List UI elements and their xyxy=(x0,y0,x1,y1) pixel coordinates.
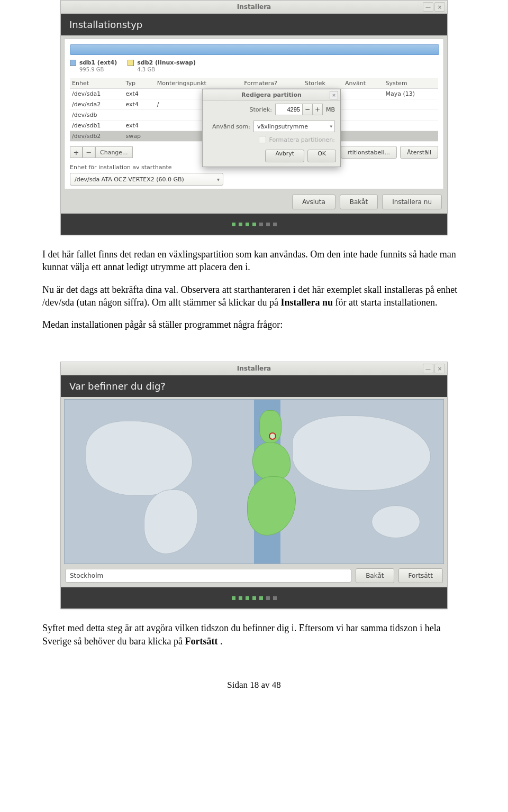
continent-shape xyxy=(292,416,431,491)
dialog-button-row: Avbryt OK xyxy=(203,146,340,167)
reset-button[interactable]: Återställ xyxy=(400,146,438,159)
back-button[interactable]: Bakåt xyxy=(340,195,378,209)
minimize-icon[interactable]: — xyxy=(423,364,433,373)
step-dot-icon xyxy=(273,596,277,600)
timezone-map[interactable] xyxy=(64,399,444,564)
step-dot-icon xyxy=(259,223,263,226)
step-dot-icon xyxy=(239,223,242,226)
document-body: I det här fallet finns det redan en växl… xyxy=(0,248,508,362)
page-header: Var befinner du dig? xyxy=(61,375,447,397)
col-system: System xyxy=(384,78,438,89)
add-partition-button[interactable]: + xyxy=(70,146,83,158)
size-increment-button[interactable]: + xyxy=(312,104,323,115)
installer-window-1: Installera — × Installationstyp sdb1 (ex… xyxy=(60,0,448,235)
step-indicator xyxy=(61,214,447,235)
size-spinner[interactable]: − + xyxy=(275,104,323,115)
col-device: Enhet xyxy=(70,78,123,89)
step-dot-icon xyxy=(273,223,277,226)
timezone-bar: Stockholm Bakåt Fortsätt xyxy=(61,564,447,587)
table-header-row: Enhet Typ Monteringspunkt Formatera? Sto… xyxy=(70,78,438,89)
window-title: Installera xyxy=(237,3,271,11)
step-dot-icon xyxy=(252,223,256,226)
window-title: Installera xyxy=(237,365,271,372)
use-as-combo[interactable]: växlingsutrymme xyxy=(253,121,335,132)
legend-sdb2-label: sdb2 (linux-swap) xyxy=(137,59,196,66)
step-dot-icon xyxy=(259,596,263,600)
legend-sdb1: sdb1 (ext4) 995.9 GB xyxy=(70,59,117,73)
main-button-row: Avsluta Bakåt Installera nu xyxy=(61,189,447,214)
paragraph: Medan installationen pågår så ställer pr… xyxy=(42,318,466,331)
page-footer: Sidan 18 av 48 xyxy=(42,679,466,691)
step-dot-icon xyxy=(239,596,242,600)
close-icon[interactable]: × xyxy=(434,364,445,373)
continue-bold: Fortsätt xyxy=(185,636,217,647)
install-now-button[interactable]: Installera nu xyxy=(382,195,442,209)
dialog-title: Redigera partition × xyxy=(203,89,340,101)
continent-shape xyxy=(86,421,193,496)
legend-swatch-icon xyxy=(128,60,134,66)
window-buttons: — × xyxy=(423,2,445,12)
continue-button[interactable]: Fortsätt xyxy=(398,568,443,583)
minimize-icon[interactable]: — xyxy=(423,2,433,12)
continent-shape xyxy=(144,490,198,554)
close-icon[interactable]: × xyxy=(434,2,445,12)
paragraph: I det här fallet finns det redan en växl… xyxy=(42,248,466,274)
format-checkbox[interactable] xyxy=(259,136,266,143)
step-dot-icon xyxy=(266,596,270,600)
timezone-input[interactable]: Stockholm xyxy=(65,569,351,583)
step-indicator xyxy=(61,587,447,608)
format-label: Formatera partitionen: xyxy=(269,136,335,143)
dialog-ok-button[interactable]: OK xyxy=(307,150,336,162)
legend-sdb1-label: sdb1 (ext4) xyxy=(79,59,117,66)
toolbar-left: + − Change... xyxy=(70,146,133,158)
change-partition-button[interactable]: Change... xyxy=(95,146,133,158)
install-now-bold: Installera nu xyxy=(281,297,333,308)
legend-sdb2-size: 4.3 GB xyxy=(137,67,155,72)
size-label: Storlek: xyxy=(208,106,272,113)
legend-sdb1-size: 995.9 GB xyxy=(79,67,104,72)
step-dot-icon xyxy=(252,596,256,600)
page-header: Installationstyp xyxy=(61,14,447,35)
back-button[interactable]: Bakåt xyxy=(356,568,394,583)
window-titlebar: Installera — × xyxy=(61,1,447,14)
step-dot-icon xyxy=(266,223,270,226)
dialog-close-icon[interactable]: × xyxy=(330,91,338,99)
step-dot-icon xyxy=(232,223,235,226)
paragraph: Nu är det dags att bekräfta dina val. Ob… xyxy=(42,283,466,309)
size-input[interactable] xyxy=(275,104,303,115)
step-dot-icon xyxy=(246,596,249,600)
legend-swatch-icon xyxy=(70,60,76,66)
col-used: Använt xyxy=(343,78,384,89)
quit-button[interactable]: Avsluta xyxy=(292,195,335,209)
use-as-row: Använd som: växlingsutrymme xyxy=(203,118,340,135)
continent-highlight xyxy=(252,442,291,480)
disk-legend: sdb1 (ext4) 995.9 GB sdb2 (linux-swap) 4… xyxy=(70,59,438,73)
format-row: Formatera partitionen: xyxy=(203,135,340,146)
col-format: Formatera? xyxy=(242,78,303,89)
partition-panel: sdb1 (ext4) 995.9 GB sdb2 (linux-swap) 4… xyxy=(64,39,444,189)
window-titlebar: Installera — × xyxy=(61,362,447,375)
step-dot-icon xyxy=(232,596,235,600)
col-size: Storlek xyxy=(303,78,343,89)
step-dot-icon xyxy=(246,223,249,226)
size-unit: MB xyxy=(326,106,335,113)
document-body: Syftet med detta steg är att avgöra vilk… xyxy=(0,622,508,713)
size-row: Storlek: − + MB xyxy=(203,101,340,118)
paragraph: Syftet med detta steg är att avgöra vilk… xyxy=(42,622,466,648)
bootloader-device-combo[interactable]: /dev/sda ATA OCZ-VERTEX2 (60.0 GB) xyxy=(70,173,223,186)
col-mount: Monteringspunkt xyxy=(155,78,242,89)
installer-window-2: Installera — × Var befinner du dig? Stoc… xyxy=(60,362,448,609)
col-type: Typ xyxy=(123,78,155,89)
window-buttons: — × xyxy=(423,364,445,373)
continent-highlight xyxy=(247,476,296,536)
size-decrement-button[interactable]: − xyxy=(302,104,313,115)
toolbar-right: rtitionstabell... Återställ xyxy=(341,146,438,159)
dialog-cancel-button[interactable]: Avbryt xyxy=(265,150,304,162)
use-as-label: Använd som: xyxy=(208,123,250,130)
disk-usage-bar xyxy=(70,44,439,55)
new-partition-table-button[interactable]: rtitionstabell... xyxy=(341,146,397,159)
continent-shape xyxy=(371,505,420,538)
legend-sdb2: sdb2 (linux-swap) 4.3 GB xyxy=(128,59,196,73)
edit-partition-dialog: Redigera partition × Storlek: − + MB Anv… xyxy=(202,89,341,167)
remove-partition-button[interactable]: − xyxy=(83,146,95,158)
